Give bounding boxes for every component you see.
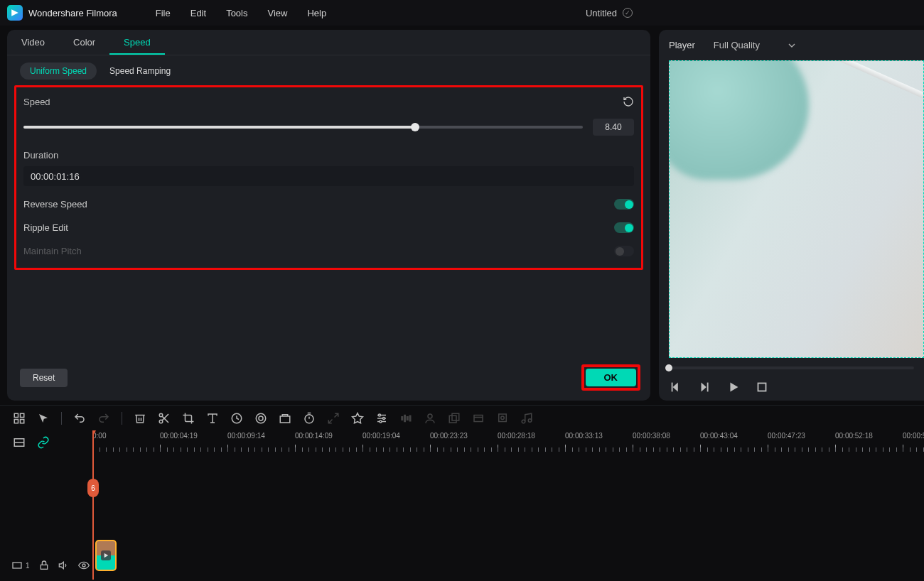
video-preview[interactable] xyxy=(669,60,924,358)
svg-marker-49 xyxy=(59,562,63,568)
adjust-icon[interactable] xyxy=(375,412,388,425)
ok-button[interactable]: OK xyxy=(586,369,637,386)
ruler-timecode: 00:00:52:18 xyxy=(835,432,903,440)
timeline-toolbar xyxy=(0,405,924,430)
undo-icon[interactable] xyxy=(73,412,86,425)
redo-icon[interactable] xyxy=(97,412,110,425)
speed-icon[interactable] xyxy=(230,412,243,425)
svg-rect-4 xyxy=(707,383,709,392)
marker-icon[interactable] xyxy=(496,412,509,425)
svg-point-11 xyxy=(159,413,163,417)
svg-rect-9 xyxy=(14,419,18,423)
ok-button-highlight: OK xyxy=(581,364,641,391)
svg-marker-0 xyxy=(11,9,18,16)
expand-icon[interactable] xyxy=(327,412,340,425)
keyframe-icon[interactable] xyxy=(279,412,291,425)
maintain-pitch-toggle[interactable] xyxy=(614,246,634,256)
svg-point-42 xyxy=(501,416,505,420)
svg-rect-34 xyxy=(407,416,409,420)
stop-button[interactable] xyxy=(754,379,770,395)
svg-rect-41 xyxy=(499,414,507,422)
svg-marker-51 xyxy=(104,553,109,558)
ruler-timecode: 00:00:14:09 xyxy=(295,432,362,440)
tab-video[interactable]: Video xyxy=(7,30,59,55)
svg-rect-48 xyxy=(41,565,47,569)
reverse-speed-toggle[interactable] xyxy=(614,199,634,210)
link-icon[interactable] xyxy=(37,436,50,449)
menu-edit[interactable]: Edit xyxy=(181,8,216,18)
quality-select[interactable]: Full Quality xyxy=(708,37,801,53)
chevron-down-icon xyxy=(788,42,795,49)
play-backward-button[interactable] xyxy=(697,379,713,395)
svg-rect-37 xyxy=(449,416,456,423)
split-icon[interactable] xyxy=(158,412,171,425)
playhead[interactable] xyxy=(92,430,94,455)
svg-rect-20 xyxy=(280,416,290,423)
speed-subtabs: Uniform Speed Speed Ramping xyxy=(7,55,650,85)
cloud-sync-icon[interactable]: ✓ xyxy=(623,8,633,18)
ruler-timecode: 00:00:04:19 xyxy=(160,432,227,440)
color-icon[interactable] xyxy=(254,412,267,425)
voiceover-icon[interactable] xyxy=(424,412,436,425)
quality-value: Full Quality xyxy=(714,40,760,50)
tab-speed[interactable]: Speed xyxy=(109,30,165,55)
ripple-edit-toggle[interactable] xyxy=(614,222,634,233)
ruler-timecode: 00:00:47:23 xyxy=(768,432,835,440)
speed-settings-highlight: Speed 8.40 Duration 00:00:01:16 Reverse … xyxy=(14,85,643,270)
svg-marker-1 xyxy=(673,383,678,392)
track-manager-icon[interactable] xyxy=(13,436,26,449)
prev-frame-button[interactable] xyxy=(669,379,684,395)
svg-marker-5 xyxy=(730,383,738,392)
lock-icon[interactable] xyxy=(38,560,50,571)
timeline-ruler[interactable]: 0:0000:00:04:1900:00:09:1400:00:14:0900:… xyxy=(92,430,924,455)
layout-icon[interactable] xyxy=(13,412,26,425)
svg-point-36 xyxy=(428,414,432,418)
speed-marker[interactable]: 6 xyxy=(87,479,99,497)
audio-icon[interactable] xyxy=(399,412,412,425)
play-button[interactable] xyxy=(726,379,741,395)
app-logo xyxy=(7,5,23,21)
ruler-timecode: 0:00 xyxy=(92,432,160,440)
ruler-timecode: 00:00:09:14 xyxy=(227,432,295,440)
maintain-pitch-label: Maintain Pitch xyxy=(23,246,82,256)
svg-rect-38 xyxy=(452,413,459,420)
player-progress[interactable] xyxy=(669,366,914,369)
player-title: Player xyxy=(669,40,695,50)
tab-color[interactable]: Color xyxy=(59,30,109,55)
render-icon[interactable] xyxy=(472,412,485,425)
mute-icon[interactable] xyxy=(58,560,70,571)
speed-slider[interactable] xyxy=(23,126,583,129)
video-track-icon[interactable] xyxy=(11,560,23,571)
svg-rect-39 xyxy=(474,415,483,421)
duration-input[interactable]: 00:00:01:16 xyxy=(23,166,634,186)
menu-help[interactable]: Help xyxy=(297,8,336,18)
subtab-uniform-speed[interactable]: Uniform Speed xyxy=(20,63,97,80)
duration-label: Duration xyxy=(23,150,634,161)
svg-point-50 xyxy=(82,564,85,567)
menu-tools[interactable]: Tools xyxy=(216,8,257,18)
document-title: Untitled xyxy=(586,8,617,18)
titlebar: Wondershare Filmora File Edit Tools View… xyxy=(0,0,924,26)
reset-speed-icon[interactable] xyxy=(623,96,634,107)
app-name: Wondershare Filmora xyxy=(28,8,117,18)
video-clip[interactable] xyxy=(95,540,117,571)
mask-icon[interactable] xyxy=(351,412,364,425)
reset-button[interactable]: Reset xyxy=(20,369,68,387)
svg-rect-32 xyxy=(402,416,403,420)
pointer-icon[interactable] xyxy=(37,412,50,425)
timer-icon[interactable] xyxy=(303,412,316,425)
speed-value[interactable]: 8.40 xyxy=(593,119,634,136)
group-icon[interactable] xyxy=(448,412,461,425)
delete-icon[interactable] xyxy=(134,412,146,425)
menu-view[interactable]: View xyxy=(257,8,297,18)
svg-rect-8 xyxy=(21,413,24,417)
mixer-icon[interactable] xyxy=(520,412,533,425)
timeline-track-area[interactable]: 6 xyxy=(92,455,924,580)
track-header: 1 xyxy=(0,455,92,580)
subtab-speed-ramping[interactable]: Speed Ramping xyxy=(109,66,171,76)
ruler-timecode: 00:00:43:04 xyxy=(700,432,768,440)
menu-file[interactable]: File xyxy=(146,8,181,18)
text-icon[interactable] xyxy=(206,412,219,425)
visibility-icon[interactable] xyxy=(78,560,90,571)
crop-icon[interactable] xyxy=(182,412,195,425)
